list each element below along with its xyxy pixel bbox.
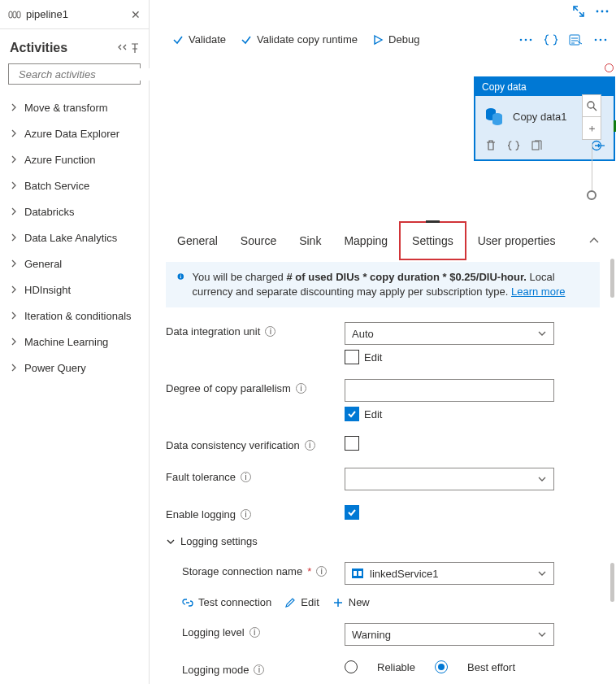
- info-icon[interactable]: i: [241, 472, 251, 482]
- enable-logging-checkbox[interactable]: [345, 505, 359, 520]
- connection-icon: [182, 597, 193, 608]
- pipeline-tab[interactable]: pipeline1 ✕: [0, 0, 149, 29]
- node-header: Copy data: [475, 78, 614, 96]
- activity-category[interactable]: Machine Learning: [5, 329, 144, 355]
- activity-category[interactable]: Iteration & conditionals: [5, 303, 144, 329]
- braces-icon[interactable]: [508, 140, 519, 151]
- ellipsis-icon[interactable]: [518, 34, 533, 46]
- pane-collapse-button[interactable]: [588, 235, 600, 246]
- info-icon[interactable]: i: [305, 440, 315, 451]
- activity-category[interactable]: Databricks: [5, 198, 144, 224]
- copy-data-icon: [484, 106, 505, 127]
- fullscreen-icon[interactable]: [572, 5, 585, 18]
- svg-point-9: [525, 38, 527, 41]
- linked-service-icon: [352, 569, 363, 578]
- search-input[interactable]: [19, 68, 156, 81]
- search-activities[interactable]: [8, 63, 141, 85]
- ellipsis-icon[interactable]: [593, 34, 608, 46]
- activity-category[interactable]: Move & transform: [5, 94, 144, 120]
- code-view-icon[interactable]: [569, 34, 582, 46]
- enable-logging-label: Enable logging: [166, 508, 236, 521]
- fault-tolerance-label: Fault tolerance: [166, 471, 236, 483]
- info-icon: [177, 270, 184, 283]
- canvas-toolbar: Validate Validate copy runtime Debug: [150, 24, 616, 52]
- info-icon[interactable]: i: [316, 566, 327, 577]
- chevron-right-icon: [10, 233, 18, 242]
- validation-error-indicator[interactable]: [605, 63, 614, 72]
- new-connection-button[interactable]: New: [332, 596, 370, 608]
- svg-rect-17: [532, 142, 539, 150]
- activity-category[interactable]: General: [5, 251, 144, 277]
- zoom-slider-handle[interactable]: [587, 190, 596, 200]
- consistency-label: Data consistency verification: [166, 439, 300, 451]
- activity-category[interactable]: Azure Data Explorer: [5, 120, 144, 146]
- parallelism-label: Degree of copy parallelism: [166, 382, 291, 394]
- activity-category[interactable]: Power Query: [5, 355, 144, 381]
- braces-icon[interactable]: [544, 34, 557, 46]
- chevron-down-icon: [537, 329, 547, 338]
- logging-mode-reliable-radio[interactable]: [345, 660, 358, 673]
- svg-rect-2: [17, 11, 20, 18]
- diu-select[interactable]: Auto: [345, 322, 554, 345]
- tab-source[interactable]: Source: [229, 223, 288, 259]
- storage-connection-select[interactable]: linkedService1: [345, 562, 554, 585]
- tab-general[interactable]: General: [166, 223, 229, 259]
- diu-edit-checkbox[interactable]: [345, 350, 359, 364]
- chevron-right-icon: [10, 103, 18, 111]
- svg-rect-0: [9, 11, 12, 18]
- activity-category[interactable]: Batch Service: [5, 172, 144, 198]
- canvas[interactable]: Copy data Copy data1 ＋: [150, 52, 616, 221]
- info-icon[interactable]: i: [241, 509, 251, 520]
- test-connection-button[interactable]: Test connection: [182, 596, 271, 608]
- tab-sink[interactable]: Sink: [288, 223, 332, 259]
- chevron-right-icon: [10, 207, 18, 216]
- svg-rect-25: [354, 571, 357, 576]
- collapse-icon[interactable]: [116, 42, 128, 54]
- more-icon[interactable]: [595, 5, 609, 18]
- parallelism-edit-checkbox[interactable]: [345, 407, 359, 421]
- info-icon[interactable]: i: [296, 383, 306, 394]
- svg-point-14: [605, 38, 607, 41]
- svg-point-8: [520, 38, 523, 41]
- chevron-right-icon: [10, 312, 18, 320]
- info-icon[interactable]: i: [254, 664, 264, 675]
- zoom-slider[interactable]: [592, 143, 592, 192]
- settings-tabstrip: General Source Sink Mapping Settings Use…: [150, 221, 616, 260]
- info-icon[interactable]: i: [249, 627, 260, 638]
- info-icon[interactable]: i: [265, 326, 275, 337]
- svg-point-19: [588, 102, 594, 108]
- tab-mapping[interactable]: Mapping: [332, 223, 399, 259]
- fault-tolerance-select[interactable]: [345, 468, 554, 490]
- tab-user-properties[interactable]: User properties: [466, 223, 567, 259]
- pin-icon[interactable]: [129, 42, 141, 54]
- canvas-search-button[interactable]: [582, 94, 601, 117]
- svg-point-7: [606, 11, 609, 13]
- logging-settings-toggle[interactable]: Logging settings: [166, 535, 600, 547]
- logging-mode-best-effort-radio[interactable]: [435, 660, 448, 673]
- validate-button[interactable]: Validate: [172, 33, 226, 46]
- learn-more-link[interactable]: Learn more: [511, 285, 565, 298]
- validate-copy-runtime-button[interactable]: Validate copy runtime: [241, 33, 358, 46]
- logging-level-select[interactable]: Warning: [345, 623, 554, 646]
- debug-button[interactable]: Debug: [372, 33, 419, 46]
- delete-icon[interactable]: [485, 140, 497, 151]
- svg-point-23: [180, 275, 181, 276]
- clone-icon[interactable]: [531, 140, 542, 151]
- zoom-in-button[interactable]: ＋: [582, 117, 601, 140]
- activity-category[interactable]: Azure Function: [5, 146, 144, 172]
- activity-category[interactable]: Data Lake Analytics: [5, 224, 144, 251]
- chevron-right-icon: [10, 285, 18, 294]
- edit-connection-button[interactable]: Edit: [284, 596, 319, 608]
- consistency-checkbox[interactable]: [345, 436, 359, 451]
- tab-close-button[interactable]: ✕: [131, 8, 141, 21]
- svg-line-20: [593, 107, 596, 111]
- activities-header: Activities: [10, 41, 67, 55]
- edit-icon: [284, 597, 296, 608]
- svg-point-10: [530, 38, 532, 41]
- plus-icon: [332, 597, 344, 608]
- parallelism-input[interactable]: [345, 379, 554, 402]
- tab-settings[interactable]: Settings: [399, 221, 466, 260]
- scrollbar-thumb[interactable]: [610, 259, 614, 298]
- activity-category[interactable]: HDInsight: [5, 277, 144, 303]
- scrollbar-thumb[interactable]: [610, 563, 614, 602]
